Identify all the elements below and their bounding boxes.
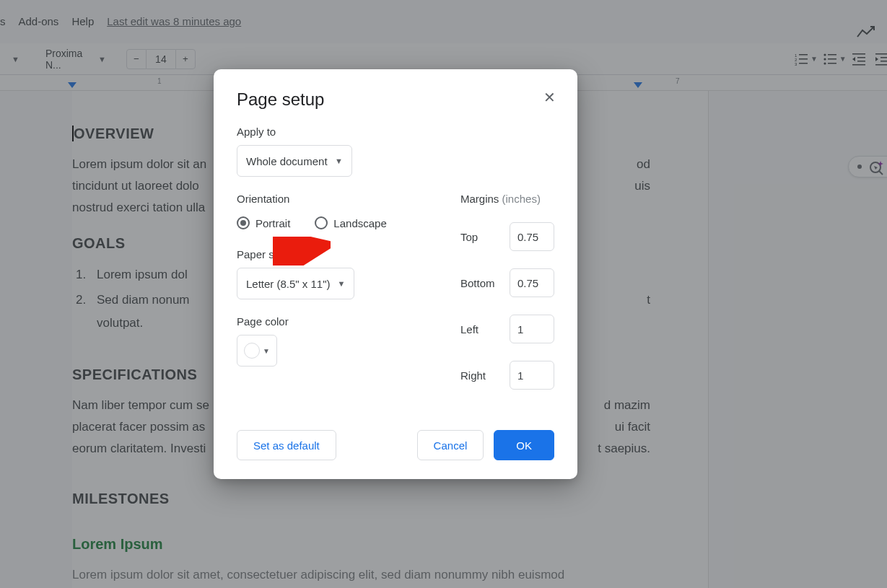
orientation-portrait-radio[interactable] xyxy=(237,216,250,229)
margin-bottom-input[interactable] xyxy=(510,268,554,297)
chevron-down-icon: ▼ xyxy=(338,279,346,288)
apply-to-select[interactable]: Whole document ▼ xyxy=(237,145,352,177)
margin-right-label: Right xyxy=(460,369,486,382)
margin-left-label: Left xyxy=(460,323,479,335)
page-setup-dialog: Page setup ✕ Apply to Whole document ▼ O… xyxy=(214,69,577,479)
paper-size-value: Letter (8.5" x 11") xyxy=(246,278,331,290)
page-color-label: Page color xyxy=(237,315,432,328)
orientation-label: Orientation xyxy=(237,193,432,205)
margins-unit: (inches) xyxy=(502,193,541,205)
apply-to-value: Whole document xyxy=(246,155,328,167)
set-as-default-button[interactable]: Set as default xyxy=(237,430,336,460)
dialog-title: Page setup xyxy=(237,89,554,110)
chevron-down-icon: ▼ xyxy=(335,157,343,165)
margin-bottom-label: Bottom xyxy=(460,277,495,289)
color-swatch-icon xyxy=(244,343,260,359)
margin-top-input[interactable] xyxy=(510,222,554,251)
chevron-down-icon: ▼ xyxy=(263,347,270,355)
close-icon: ✕ xyxy=(543,89,556,106)
margin-top-label: Top xyxy=(460,231,478,243)
paper-size-label: Paper size xyxy=(237,248,432,260)
orientation-landscape-radio[interactable] xyxy=(315,216,328,229)
cancel-button[interactable]: Cancel xyxy=(417,430,484,460)
apply-to-label: Apply to xyxy=(237,126,554,138)
orientation-portrait-label[interactable]: Portrait xyxy=(255,217,290,229)
ok-button[interactable]: OK xyxy=(494,430,554,460)
page-color-picker[interactable]: ▼ xyxy=(237,335,277,367)
orientation-landscape-label[interactable]: Landscape xyxy=(333,217,386,229)
margin-right-input[interactable] xyxy=(510,361,554,390)
margins-label: Margins (inches) xyxy=(460,193,554,205)
close-button[interactable]: ✕ xyxy=(538,87,560,108)
margin-left-input[interactable] xyxy=(510,315,554,343)
paper-size-select[interactable]: Letter (8.5" x 11") ▼ xyxy=(237,268,354,299)
